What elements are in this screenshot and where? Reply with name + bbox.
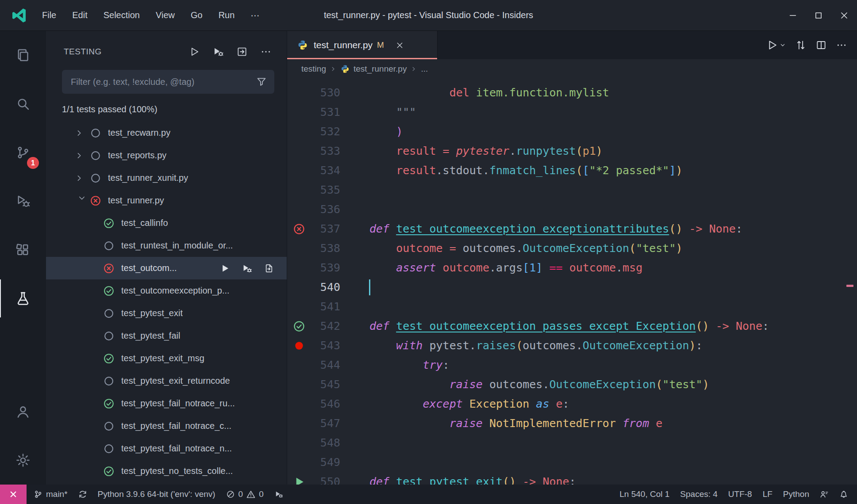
go-to-test-button[interactable]	[260, 260, 278, 277]
breakpoint-icon[interactable]	[289, 340, 309, 351]
line-number[interactable]: 536	[309, 200, 340, 219]
test-tree-row[interactable]: test_runner.py	[46, 189, 287, 212]
line-number[interactable]: 531	[309, 103, 340, 122]
line-number[interactable]: 538	[309, 239, 340, 258]
code-line[interactable]: 549	[287, 453, 857, 472]
test-tree-row[interactable]: test_pytest_no_tests_colle...	[46, 460, 287, 482]
test-tree-row[interactable]: test_outcomeexception_p...	[46, 279, 287, 302]
code-text[interactable]: assert outcome.args[1] == outcome.msg	[369, 258, 642, 278]
line-number[interactable]: 549	[309, 453, 340, 472]
code-line[interactable]: 536	[287, 200, 857, 219]
code-line[interactable]: 542def test_outcomeexception_passes_exce…	[287, 317, 857, 336]
code-line[interactable]: 540	[287, 278, 857, 297]
code-line[interactable]: 531 """	[287, 103, 857, 122]
run-all-tests-button[interactable]	[184, 42, 204, 61]
test-tree-row[interactable]: test_reports.py	[46, 144, 287, 167]
filter-icon[interactable]	[256, 76, 267, 88]
chevron-right-icon[interactable]	[74, 173, 89, 183]
code-line[interactable]: 538 outcome = outcomes.OutcomeException(…	[287, 239, 857, 258]
code-text[interactable]: def test_pytest_exit() -> None:	[369, 472, 576, 485]
status-debug-status[interactable]	[269, 485, 288, 504]
line-number[interactable]: 537	[309, 219, 340, 239]
line-number[interactable]: 543	[309, 336, 340, 355]
line-number[interactable]: 530	[309, 83, 340, 103]
test-passed-icon[interactable]	[289, 320, 309, 333]
status-indentation[interactable]: Spaces: 4	[675, 485, 723, 504]
test-tree-row[interactable]: test_pytest_fail	[46, 325, 287, 347]
code-line[interactable]: 533 result = pytester.runpytest(p1)	[287, 141, 857, 161]
test-tree-row[interactable]: test_pytest_fail_notrace_c...	[46, 415, 287, 437]
line-number[interactable]: 534	[309, 161, 340, 180]
maximize-button[interactable]	[806, 0, 831, 31]
status-language-mode[interactable]: Python	[778, 485, 815, 504]
activity-explorer[interactable]	[0, 31, 46, 80]
code-line[interactable]: 546 except Exception as e:	[287, 394, 857, 414]
menu-selection[interactable]: Selection	[96, 6, 147, 25]
split-editor-button[interactable]	[815, 39, 827, 51]
test-failed-icon[interactable]	[289, 222, 309, 236]
activity-search[interactable]	[0, 80, 46, 128]
test-tree-row[interactable]: test_outcom...	[46, 257, 287, 279]
test-tree-row[interactable]: test_pytest_exit_returncode	[46, 370, 287, 392]
line-number[interactable]: 535	[309, 180, 340, 200]
code-text[interactable]: outcome = outcomes.OutcomeException("tes…	[369, 239, 683, 258]
chevron-right-icon[interactable]	[74, 128, 89, 138]
breadcrumb-item[interactable]: testing	[301, 64, 326, 74]
code-line[interactable]: 539 assert outcome.args[1] == outcome.ms…	[287, 258, 857, 278]
test-tree-row[interactable]: test_pytest_fail_notrace_ru...	[46, 392, 287, 415]
code-text[interactable]: def test_outcomeexception_exceptionattri…	[369, 219, 742, 239]
code-line[interactable]: 544 try:	[287, 355, 857, 375]
code-text[interactable]: result = pytester.runpytest(p1)	[369, 141, 603, 161]
run-python-file-button[interactable]	[766, 39, 786, 51]
status-python-interpreter[interactable]: Python 3.9.6 64-bit ('env': venv)	[92, 485, 221, 504]
open-changes-button[interactable]	[795, 39, 807, 51]
code-text[interactable]: result.stdout.fnmatch_lines(["*2 passed*…	[369, 161, 683, 180]
line-number[interactable]: 540	[309, 278, 340, 297]
tab-test-runner-py[interactable]: test_runner.py M	[287, 31, 438, 59]
menu-file[interactable]: File	[35, 6, 64, 25]
test-tree-row[interactable]: test_runner_xunit.py	[46, 167, 287, 189]
chevron-down-icon[interactable]	[77, 193, 87, 208]
line-number[interactable]: 546	[309, 394, 340, 414]
code-text[interactable]: """	[369, 103, 416, 122]
status-eol[interactable]: LF	[757, 485, 778, 504]
close-tab-button[interactable]	[396, 41, 404, 50]
test-tree-row[interactable]: test_pytest_fail_notrace_n...	[46, 437, 287, 460]
activity-run-and-debug[interactable]	[0, 177, 46, 225]
code-line[interactable]: 543 with pytest.raises(outcomes.OutcomeE…	[287, 336, 857, 355]
line-number[interactable]: 544	[309, 355, 340, 375]
code-line[interactable]: 532 )	[287, 122, 857, 141]
code-line[interactable]: 541	[287, 297, 857, 317]
code-line[interactable]: 530 del item.function.mylist	[287, 83, 857, 103]
line-number[interactable]: 548	[309, 433, 340, 453]
activity-extensions[interactable]	[0, 225, 46, 274]
menu-more-button[interactable]: ⋯	[243, 6, 267, 25]
more-actions-button[interactable]	[836, 39, 847, 51]
status-problems[interactable]: 00	[221, 485, 269, 504]
test-tree-row[interactable]: test_pytest_exit	[46, 302, 287, 325]
menu-edit[interactable]: Edit	[65, 6, 95, 25]
line-number[interactable]: 547	[309, 414, 340, 433]
code-line[interactable]: 537def test_outcomeexception_exceptionat…	[287, 219, 857, 239]
activity-accounts[interactable]	[0, 387, 46, 436]
debug-all-tests-button[interactable]	[208, 42, 228, 61]
line-number[interactable]: 542	[309, 317, 340, 336]
chevron-right-icon[interactable]	[74, 151, 89, 160]
code-text[interactable]: )	[369, 122, 403, 141]
minimize-button[interactable]	[780, 0, 806, 31]
code-text[interactable]: raise outcomes.OutcomeException("test")	[369, 375, 709, 394]
menu-view[interactable]: View	[148, 6, 182, 25]
line-number[interactable]: 550	[309, 472, 340, 485]
status-sync[interactable]	[73, 485, 92, 504]
menu-run[interactable]: Run	[211, 6, 242, 25]
activity-settings[interactable]	[0, 436, 46, 485]
debug-test-button[interactable]	[238, 260, 256, 277]
line-number[interactable]: 545	[309, 375, 340, 394]
line-number[interactable]: 541	[309, 297, 340, 317]
code-text[interactable]: with pytest.raises(outcomes.OutcomeExcep…	[369, 336, 703, 355]
status-encoding[interactable]: UTF-8	[723, 485, 757, 504]
run-test-icon[interactable]	[289, 475, 309, 485]
test-tree-row[interactable]: test_pytest_exit_msg	[46, 347, 287, 370]
code-line[interactable]: 545 raise outcomes.OutcomeException("tes…	[287, 375, 857, 394]
code-line[interactable]: 548	[287, 433, 857, 453]
